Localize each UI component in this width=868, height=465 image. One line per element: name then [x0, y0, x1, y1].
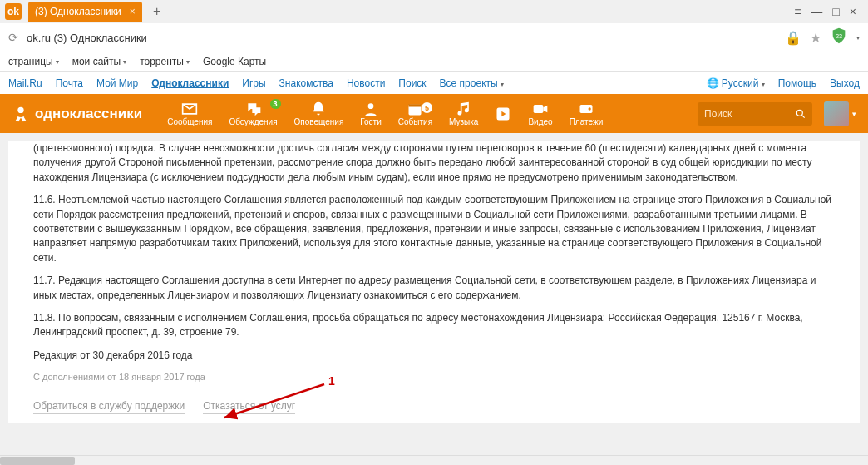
mailru-link-mymir[interactable]: Мой Мир: [96, 77, 138, 89]
agreement-document: (претензионного) порядка. В случае невоз…: [8, 141, 860, 423]
nav-music[interactable]: Музыка: [441, 101, 486, 126]
support-link[interactable]: Обратиться в службу поддержки: [33, 399, 185, 414]
optout-link[interactable]: Отказаться от услуг: [203, 399, 295, 414]
nav-guests[interactable]: Гости: [352, 101, 389, 126]
mailru-link-ok[interactable]: Одноклассники: [151, 77, 229, 89]
menu-icon[interactable]: ≡: [794, 5, 801, 18]
nav-play[interactable]: [486, 101, 520, 126]
para-11-7: 11.7. Редакция настоящего Соглашения дос…: [33, 274, 835, 303]
comments-icon: [245, 101, 262, 117]
wallet-icon: [578, 101, 594, 117]
horizontal-scrollbar[interactable]: [0, 455, 868, 465]
search-icon: [795, 108, 806, 120]
scrollbar-thumb[interactable]: [0, 457, 75, 465]
svg-rect-6: [534, 105, 544, 113]
browser-tab-active[interactable]: (3) Одноклассники ×: [28, 2, 142, 22]
ok-logo-text: одноклассники: [35, 106, 142, 122]
user-icon: [362, 101, 379, 117]
address-bar: ⟳ ok.ru (3) Одноклассники 🔒 ★ 23 ▾: [0, 23, 868, 52]
mailru-link-mailru[interactable]: Mail.Ru: [8, 77, 42, 89]
maximize-icon[interactable]: □: [832, 5, 839, 18]
browser-chrome: ok (3) Одноклассники × + ≡ — □ × ⟳ ok.ru…: [0, 0, 868, 72]
ok-logo[interactable]: одноклассники: [12, 105, 142, 123]
new-tab-button[interactable]: +: [147, 2, 167, 22]
avatar[interactable]: [824, 101, 849, 126]
nav-events[interactable]: События 5: [390, 101, 441, 126]
nav-payments[interactable]: Платежи: [561, 101, 612, 126]
nav-video[interactable]: Видео: [520, 101, 560, 126]
avatar-dropdown-icon[interactable]: ▾: [852, 110, 856, 118]
mailru-link-search[interactable]: Поиск: [398, 77, 426, 89]
events-count-badge: 5: [422, 102, 432, 113]
svg-point-9: [796, 110, 802, 116]
svg-point-8: [588, 107, 590, 110]
music-icon: [456, 101, 472, 117]
svg-rect-4: [409, 104, 422, 106]
address-text[interactable]: ok.ru (3) Одноклассники: [27, 32, 147, 44]
bookmark-folder-pages[interactable]: страницы▾: [8, 56, 59, 67]
bookmark-star-icon[interactable]: ★: [810, 30, 821, 46]
close-window-icon[interactable]: ×: [850, 5, 856, 18]
adblock-shield-icon[interactable]: 23: [830, 27, 848, 48]
edition-date: Редакция от 30 декабря 2016 года: [33, 349, 835, 363]
para-11-8: 11.8. По вопросам, связанным с исполнени…: [33, 311, 835, 340]
language-switcher[interactable]: 🌐 Русский ▾: [707, 77, 765, 89]
mailru-portal-bar: Mail.Ru Почта Мой Мир Одноклассники Игры…: [0, 72, 868, 94]
nav-discussions[interactable]: Обсуждения 3: [220, 101, 285, 126]
close-tab-icon[interactable]: ×: [130, 6, 136, 17]
envelope-icon: [181, 101, 198, 117]
footer-links: Обратиться в службу поддержки Отказаться…: [33, 399, 835, 414]
bookmark-google-maps[interactable]: Google Карты: [203, 56, 266, 67]
bookmark-folder-torrents[interactable]: торренты▾: [140, 56, 190, 67]
search-button[interactable]: [789, 102, 812, 126]
bookmarks-bar: страницы▾ мои сайты▾ торренты▾ Google Ка…: [0, 52, 868, 72]
minimize-icon[interactable]: —: [811, 5, 822, 18]
window-controls: ≡ — □ ×: [794, 5, 863, 18]
discussions-badge: 3: [270, 99, 281, 109]
svg-text:23: 23: [836, 32, 842, 40]
ok-logo-icon: [12, 105, 30, 123]
bookmark-folder-mysites[interactable]: мои сайты▾: [72, 56, 126, 67]
reload-icon[interactable]: ⟳: [8, 31, 18, 44]
ok-main-nav: одноклассники Сообщения Обсуждения 3 Опо…: [0, 94, 868, 133]
para-11-6: 11.6. Неотъемлемой частью настоящего Сог…: [33, 193, 835, 265]
nav-notifications[interactable]: Оповещения: [286, 101, 353, 126]
mailru-link-games[interactable]: Игры: [242, 77, 265, 89]
chevron-down-icon[interactable]: ▾: [856, 34, 860, 42]
svg-point-2: [368, 103, 374, 109]
video-icon: [532, 101, 549, 117]
nav-messages[interactable]: Сообщения: [159, 101, 220, 126]
logout-link[interactable]: Выход: [830, 77, 860, 89]
mailru-link-projects[interactable]: Все проекты ▾: [440, 77, 504, 89]
page-body: (претензионного) порядка. В случае невоз…: [0, 133, 868, 456]
search-input[interactable]: [698, 102, 789, 126]
tab-bar: ok (3) Одноклассники × + ≡ — □ ×: [0, 0, 868, 23]
svg-point-1: [17, 106, 23, 112]
tab-title: (3) Одноклассники: [35, 6, 121, 17]
para-11-5-cont: (претензионного) порядка. В случае невоз…: [33, 141, 835, 185]
play-icon: [495, 106, 511, 122]
bell-icon: [310, 101, 327, 117]
mailru-link-news[interactable]: Новости: [347, 77, 385, 89]
supplement-date: С дополнениями от 18 января 2017 года: [33, 371, 835, 384]
mailru-link-dating[interactable]: Знакомства: [279, 77, 333, 89]
help-link[interactable]: Помощь: [778, 77, 816, 89]
mailru-link-mail[interactable]: Почта: [56, 77, 83, 89]
globe-icon: 🌐: [707, 77, 719, 89]
lock-icon: 🔒: [785, 30, 801, 46]
ok-search: [698, 102, 812, 126]
ok-favicon: ok: [5, 3, 22, 20]
